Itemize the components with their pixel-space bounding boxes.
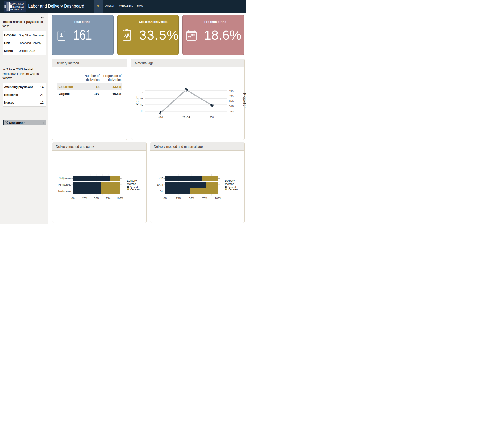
svg-text:75%: 75% xyxy=(202,197,207,200)
svg-text:25%: 25% xyxy=(176,197,181,200)
svg-text:Cesarean: Cesarean xyxy=(229,188,238,191)
svg-text:method: method xyxy=(225,182,234,186)
svg-text:100%: 100% xyxy=(215,197,221,200)
svg-text:35+: 35+ xyxy=(159,189,163,192)
svg-text:<20: <20 xyxy=(159,177,163,180)
svg-text:50%: 50% xyxy=(189,197,194,200)
svg-text:20-34: 20-34 xyxy=(157,183,163,186)
svg-text:0%: 0% xyxy=(163,197,167,200)
